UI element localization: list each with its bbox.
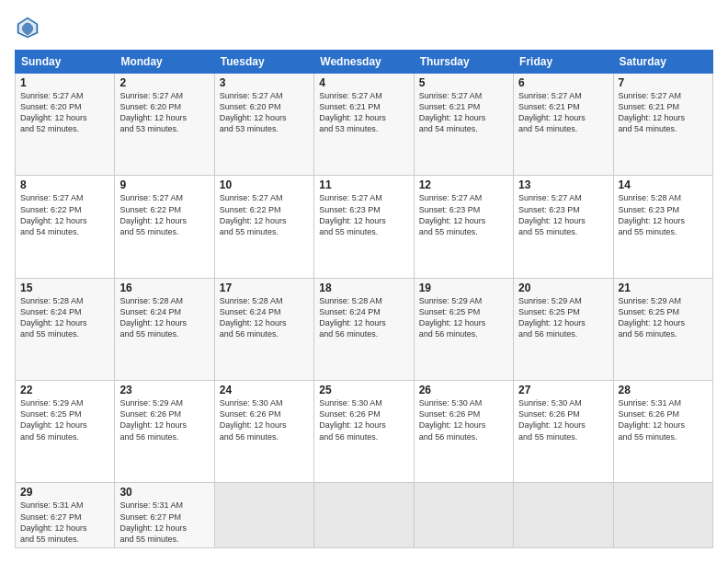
day-number: 7	[619, 76, 708, 89]
day-info: Sunrise: 5:27 AM Sunset: 6:20 PM Dayligh…	[119, 90, 209, 135]
header-friday: Friday	[514, 51, 613, 74]
day-number: 25	[319, 384, 408, 396]
day-cell	[314, 483, 414, 548]
day-number: 1	[20, 76, 109, 89]
day-info: Sunrise: 5:27 AM Sunset: 6:23 PM Dayligh…	[518, 192, 608, 237]
day-cell: 21Sunrise: 5:29 AM Sunset: 6:25 PM Dayli…	[613, 278, 712, 380]
day-cell: 27Sunrise: 5:30 AM Sunset: 6:26 PM Dayli…	[514, 381, 613, 483]
day-number: 3	[220, 76, 309, 89]
day-cell: 8Sunrise: 5:27 AM Sunset: 6:22 PM Daylig…	[16, 176, 115, 278]
day-info: Sunrise: 5:29 AM Sunset: 6:26 PM Dayligh…	[119, 397, 209, 442]
day-info: Sunrise: 5:28 AM Sunset: 6:24 PM Dayligh…	[319, 295, 408, 340]
day-info: Sunrise: 5:29 AM Sunset: 6:25 PM Dayligh…	[619, 295, 708, 340]
day-cell: 3Sunrise: 5:27 AM Sunset: 6:20 PM Daylig…	[214, 74, 313, 176]
week-row-2: 15Sunrise: 5:28 AM Sunset: 6:24 PM Dayli…	[16, 278, 713, 380]
day-number: 6	[518, 76, 608, 89]
day-info: Sunrise: 5:27 AM Sunset: 6:20 PM Dayligh…	[20, 90, 109, 135]
week-row-1: 8Sunrise: 5:27 AM Sunset: 6:22 PM Daylig…	[16, 176, 713, 278]
day-cell: 17Sunrise: 5:28 AM Sunset: 6:24 PM Dayli…	[214, 278, 313, 380]
header-tuesday: Tuesday	[214, 51, 313, 74]
day-cell: 6Sunrise: 5:27 AM Sunset: 6:21 PM Daylig…	[514, 74, 613, 176]
day-cell: 11Sunrise: 5:27 AM Sunset: 6:23 PM Dayli…	[314, 176, 414, 278]
day-number: 14	[619, 178, 708, 191]
day-cell: 12Sunrise: 5:27 AM Sunset: 6:23 PM Dayli…	[414, 176, 513, 278]
day-info: Sunrise: 5:30 AM Sunset: 6:26 PM Dayligh…	[220, 397, 309, 442]
day-cell: 23Sunrise: 5:29 AM Sunset: 6:26 PM Dayli…	[115, 381, 214, 483]
day-number: 28	[619, 384, 708, 396]
day-cell: 14Sunrise: 5:28 AM Sunset: 6:23 PM Dayli…	[613, 176, 712, 278]
day-info: Sunrise: 5:31 AM Sunset: 6:26 PM Dayligh…	[619, 397, 708, 442]
day-info: Sunrise: 5:30 AM Sunset: 6:26 PM Dayligh…	[518, 397, 608, 442]
day-cell: 10Sunrise: 5:27 AM Sunset: 6:22 PM Dayli…	[214, 176, 313, 278]
day-cell: 26Sunrise: 5:30 AM Sunset: 6:26 PM Dayli…	[414, 381, 513, 483]
day-number: 21	[619, 282, 708, 294]
day-number: 15	[20, 282, 109, 294]
day-info: Sunrise: 5:27 AM Sunset: 6:21 PM Dayligh…	[319, 90, 408, 135]
logo-icon	[15, 15, 40, 40]
day-info: Sunrise: 5:27 AM Sunset: 6:21 PM Dayligh…	[518, 90, 608, 135]
day-cell: 19Sunrise: 5:29 AM Sunset: 6:25 PM Dayli…	[414, 278, 513, 380]
day-info: Sunrise: 5:27 AM Sunset: 6:22 PM Dayligh…	[119, 192, 209, 237]
day-cell	[414, 483, 513, 548]
day-number: 5	[419, 76, 508, 89]
day-cell	[613, 483, 712, 548]
day-number: 29	[20, 486, 109, 499]
day-cell: 13Sunrise: 5:27 AM Sunset: 6:23 PM Dayli…	[514, 176, 613, 278]
day-cell: 4Sunrise: 5:27 AM Sunset: 6:21 PM Daylig…	[314, 74, 414, 176]
day-number: 12	[419, 178, 508, 191]
day-info: Sunrise: 5:31 AM Sunset: 6:27 PM Dayligh…	[20, 500, 109, 545]
day-info: Sunrise: 5:29 AM Sunset: 6:25 PM Dayligh…	[518, 295, 608, 340]
day-info: Sunrise: 5:27 AM Sunset: 6:22 PM Dayligh…	[20, 192, 109, 237]
header-wednesday: Wednesday	[314, 51, 414, 74]
day-cell: 5Sunrise: 5:27 AM Sunset: 6:21 PM Daylig…	[414, 74, 513, 176]
day-info: Sunrise: 5:28 AM Sunset: 6:24 PM Dayligh…	[20, 295, 109, 340]
logo	[15, 15, 44, 40]
day-number: 16	[119, 282, 209, 294]
day-number: 11	[319, 178, 408, 191]
week-row-3: 22Sunrise: 5:29 AM Sunset: 6:25 PM Dayli…	[16, 381, 713, 483]
day-info: Sunrise: 5:28 AM Sunset: 6:24 PM Dayligh…	[119, 295, 209, 340]
day-info: Sunrise: 5:30 AM Sunset: 6:26 PM Dayligh…	[419, 397, 508, 442]
day-number: 19	[419, 282, 508, 294]
day-cell: 15Sunrise: 5:28 AM Sunset: 6:24 PM Dayli…	[16, 278, 115, 380]
day-info: Sunrise: 5:29 AM Sunset: 6:25 PM Dayligh…	[419, 295, 508, 340]
day-cell	[514, 483, 613, 548]
day-cell: 22Sunrise: 5:29 AM Sunset: 6:25 PM Dayli…	[16, 381, 115, 483]
day-cell: 29Sunrise: 5:31 AM Sunset: 6:27 PM Dayli…	[16, 483, 115, 548]
day-info: Sunrise: 5:30 AM Sunset: 6:26 PM Dayligh…	[319, 397, 408, 442]
day-cell: 20Sunrise: 5:29 AM Sunset: 6:25 PM Dayli…	[514, 278, 613, 380]
day-number: 2	[119, 76, 209, 89]
day-cell: 16Sunrise: 5:28 AM Sunset: 6:24 PM Dayli…	[115, 278, 214, 380]
day-number: 4	[319, 76, 408, 89]
header-monday: Monday	[115, 51, 214, 74]
day-cell: 24Sunrise: 5:30 AM Sunset: 6:26 PM Dayli…	[214, 381, 313, 483]
day-number: 17	[220, 282, 309, 294]
day-info: Sunrise: 5:27 AM Sunset: 6:22 PM Dayligh…	[220, 192, 309, 237]
day-info: Sunrise: 5:27 AM Sunset: 6:23 PM Dayligh…	[419, 192, 508, 237]
day-number: 20	[518, 282, 608, 294]
day-number: 30	[119, 486, 209, 499]
day-cell: 30Sunrise: 5:31 AM Sunset: 6:27 PM Dayli…	[115, 483, 214, 548]
day-cell: 7Sunrise: 5:27 AM Sunset: 6:21 PM Daylig…	[613, 74, 712, 176]
day-info: Sunrise: 5:27 AM Sunset: 6:21 PM Dayligh…	[419, 90, 508, 135]
day-info: Sunrise: 5:27 AM Sunset: 6:21 PM Dayligh…	[619, 90, 708, 135]
day-number: 24	[220, 384, 309, 396]
header-sunday: Sunday	[16, 51, 115, 74]
day-info: Sunrise: 5:31 AM Sunset: 6:27 PM Dayligh…	[119, 500, 209, 545]
day-cell: 1Sunrise: 5:27 AM Sunset: 6:20 PM Daylig…	[16, 74, 115, 176]
header-thursday: Thursday	[414, 51, 513, 74]
day-cell: 18Sunrise: 5:28 AM Sunset: 6:24 PM Dayli…	[314, 278, 414, 380]
day-cell: 2Sunrise: 5:27 AM Sunset: 6:20 PM Daylig…	[115, 74, 214, 176]
day-number: 9	[119, 178, 209, 191]
day-number: 26	[419, 384, 508, 396]
day-number: 23	[119, 384, 209, 396]
day-number: 18	[319, 282, 408, 294]
week-row-0: 1Sunrise: 5:27 AM Sunset: 6:20 PM Daylig…	[16, 74, 713, 176]
header-saturday: Saturday	[613, 51, 712, 74]
day-info: Sunrise: 5:28 AM Sunset: 6:23 PM Dayligh…	[619, 192, 708, 237]
day-info: Sunrise: 5:27 AM Sunset: 6:23 PM Dayligh…	[319, 192, 408, 237]
day-info: Sunrise: 5:28 AM Sunset: 6:24 PM Dayligh…	[220, 295, 309, 340]
day-info: Sunrise: 5:27 AM Sunset: 6:20 PM Dayligh…	[220, 90, 309, 135]
week-row-4: 29Sunrise: 5:31 AM Sunset: 6:27 PM Dayli…	[16, 483, 713, 548]
page-header	[15, 15, 713, 40]
